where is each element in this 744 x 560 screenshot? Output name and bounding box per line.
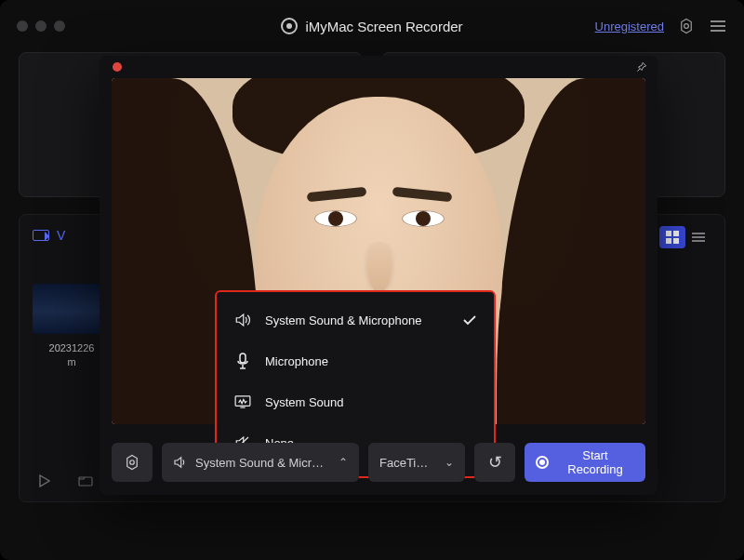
audio-option-system-sound[interactable]: System Sound bbox=[217, 381, 494, 422]
app-logo-icon bbox=[281, 18, 298, 34]
list-view-button[interactable] bbox=[685, 226, 711, 248]
settings-icon[interactable] bbox=[677, 17, 696, 35]
svg-rect-8 bbox=[673, 238, 679, 244]
webcam-overlay-panel: System Sound & Microphone Microphone Sys… bbox=[100, 56, 658, 495]
maximize-window-button[interactable] bbox=[54, 20, 65, 32]
overlay-controls: System Sound & Microphone ⌃ FaceTime … ⌄… bbox=[112, 443, 645, 482]
list-tab-label: V bbox=[57, 228, 65, 243]
titlebar: iMyMac Screen Recorder Unregistered bbox=[0, 0, 744, 52]
svg-point-33 bbox=[539, 460, 545, 465]
window-controls bbox=[17, 20, 65, 32]
check-icon bbox=[462, 314, 477, 326]
app-title: iMyMac Screen Recorder bbox=[305, 19, 462, 34]
overlay-close-button[interactable] bbox=[113, 62, 122, 72]
system-sound-icon bbox=[233, 393, 252, 411]
svg-marker-30 bbox=[127, 456, 138, 470]
overlay-titlebar bbox=[100, 56, 658, 78]
pin-icon[interactable] bbox=[635, 60, 648, 73]
camera-source-dropdown[interactable]: FaceTime … ⌄ bbox=[368, 443, 465, 482]
minimize-window-button[interactable] bbox=[35, 20, 46, 32]
svg-rect-13 bbox=[79, 477, 92, 486]
undo-icon: ↺ bbox=[488, 452, 502, 473]
video-tab-icon bbox=[33, 230, 49, 241]
audio-option-label: Microphone bbox=[265, 354, 328, 368]
camera-source-label: FaceTime … bbox=[379, 456, 433, 470]
svg-rect-24 bbox=[240, 353, 246, 363]
start-recording-label: Start Recording bbox=[556, 448, 634, 476]
svg-rect-7 bbox=[666, 238, 671, 244]
record-icon bbox=[536, 456, 549, 469]
audio-option-label: System Sound bbox=[265, 395, 344, 409]
svg-line-23 bbox=[637, 69, 640, 72]
audio-source-label: System Sound & Microphone bbox=[195, 456, 327, 470]
microphone-icon bbox=[233, 352, 252, 370]
folder-icon[interactable] bbox=[77, 473, 94, 489]
audio-option-microphone[interactable]: Microphone bbox=[217, 340, 494, 381]
view-toggle bbox=[659, 226, 711, 248]
menu-icon[interactable] bbox=[709, 17, 727, 35]
speaker-sound-icon bbox=[233, 311, 252, 329]
close-window-button[interactable] bbox=[17, 20, 28, 32]
grid-view-button[interactable] bbox=[659, 226, 685, 248]
audio-option-system-and-mic[interactable]: System Sound & Microphone bbox=[217, 300, 494, 340]
svg-point-1 bbox=[684, 24, 689, 29]
audio-source-dropdown[interactable]: System Sound & Microphone ⌃ bbox=[162, 443, 359, 482]
app-window: iMyMac Screen Recorder Unregistered Vide… bbox=[0, 0, 744, 560]
audio-option-label: System Sound & Microphone bbox=[265, 313, 421, 327]
chevron-down-icon: ⌄ bbox=[445, 456, 454, 469]
svg-point-31 bbox=[130, 460, 135, 465]
svg-rect-6 bbox=[673, 231, 679, 236]
unregistered-link[interactable]: Unregistered bbox=[595, 20, 664, 33]
svg-rect-5 bbox=[666, 231, 671, 236]
overlay-settings-button[interactable] bbox=[112, 443, 153, 482]
reset-button[interactable]: ↺ bbox=[474, 443, 515, 482]
svg-marker-12 bbox=[40, 475, 49, 487]
start-recording-button[interactable]: Start Recording bbox=[525, 443, 645, 482]
chevron-up-icon: ⌃ bbox=[339, 456, 348, 469]
speaker-icon bbox=[173, 456, 188, 469]
svg-marker-0 bbox=[682, 20, 692, 33]
play-icon[interactable] bbox=[36, 473, 53, 489]
